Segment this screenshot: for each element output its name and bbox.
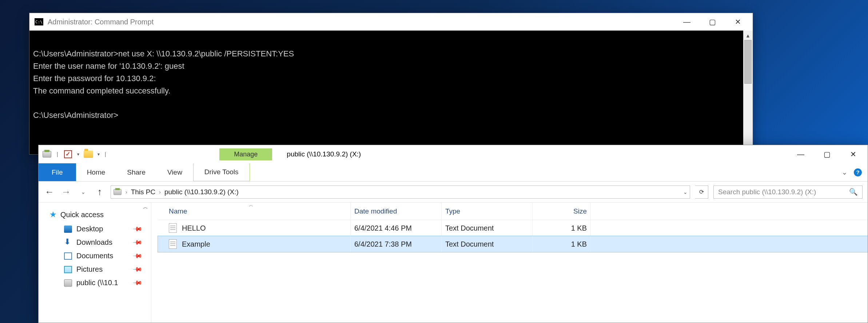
explorer-titlebar[interactable]: | ▾ ▾ | Manage public (\\10.130.9.2) (X:… <box>39 145 868 163</box>
nav-label: Downloads <box>76 238 112 247</box>
cmd-scrollbar[interactable]: ▲ <box>743 31 753 154</box>
maximize-button[interactable]: ▢ <box>700 13 725 31</box>
qat-customize-icon[interactable]: ▾ <box>97 152 100 157</box>
file-row[interactable]: HELLO 6/4/2021 4:46 PM Text Document 1 K… <box>158 220 868 236</box>
nav-quick-label: Quick access <box>60 211 104 219</box>
minimize-button[interactable]: — <box>674 13 700 31</box>
tab-drive-tools[interactable]: Drive Tools <box>193 163 250 181</box>
search-input[interactable]: Search public (\\10.130.9.2) (X:) 🔍 <box>713 186 863 199</box>
drive-icon[interactable] <box>42 150 52 158</box>
explorer-window: | ▾ ▾ | Manage public (\\10.130.9.2) (X:… <box>38 145 868 323</box>
pin-icon: 📌 <box>132 224 143 235</box>
tab-share[interactable]: Share <box>116 163 156 181</box>
cmd-text: C:\Users\Administrator>net use X: \\10.1… <box>33 49 294 120</box>
tab-view[interactable]: View <box>156 163 193 181</box>
file-type: Text Document <box>442 236 533 252</box>
scroll-up-icon[interactable]: ▲ <box>743 32 753 39</box>
address-bar[interactable]: › This PC › public (\\10.130.9.2) (X:) ⌄ <box>111 186 690 199</box>
file-row[interactable]: Example 6/4/2021 7:38 PM Text Document 1… <box>158 236 868 252</box>
cmd-output[interactable]: C:\Users\Administrator>net use X: \\10.1… <box>29 31 753 154</box>
forward-button[interactable]: → <box>60 186 72 198</box>
minimize-button[interactable]: — <box>788 145 814 163</box>
ribbon-collapse-icon[interactable]: ⌄ <box>842 168 847 176</box>
chevron-down-icon[interactable]: ▾ <box>77 152 79 157</box>
close-button[interactable]: ✕ <box>840 145 866 163</box>
file-date: 6/4/2021 4:46 PM <box>351 220 442 236</box>
nav-label: Pictures <box>76 265 103 274</box>
pictures-icon <box>64 266 72 273</box>
address-dropdown-icon[interactable]: ⌄ <box>683 189 688 195</box>
cmd-title: Administrator: Command Prompt <box>48 18 154 26</box>
col-size[interactable]: Size <box>533 203 591 220</box>
location-drive-icon <box>114 189 122 195</box>
refresh-button[interactable]: ⟳ <box>695 186 708 199</box>
back-button[interactable]: ← <box>44 186 55 198</box>
sort-indicator-icon: ︿ <box>249 203 254 208</box>
recent-locations-icon[interactable]: ⌄ <box>77 188 89 195</box>
contextual-tab-manage[interactable]: Manage <box>219 148 272 160</box>
nav-item-downloads[interactable]: ⬇ Downloads 📌 <box>49 236 151 249</box>
help-icon[interactable]: ? <box>854 168 862 176</box>
nav-item-pictures[interactable]: Pictures 📌 <box>49 263 151 276</box>
file-size: 1 KB <box>533 236 591 252</box>
col-date[interactable]: Date modified <box>351 203 442 220</box>
nav-item-public-drive[interactable]: public (\\10.1 📌 <box>49 276 151 290</box>
qat-sep: | <box>57 151 58 157</box>
col-name[interactable]: Name ︿ <box>158 203 351 220</box>
col-name-label: Name <box>169 207 187 215</box>
nav-label: Documents <box>76 252 113 260</box>
file-list-pane[interactable]: Name ︿ Date modified Type Size HELLO 6/4… <box>151 203 868 323</box>
pin-icon: 📌 <box>132 264 143 275</box>
tab-home[interactable]: Home <box>76 163 116 181</box>
desktop-icon <box>64 226 72 233</box>
star-icon: ★ <box>49 210 57 219</box>
chevron-right-icon[interactable]: › <box>159 189 161 195</box>
maximize-button[interactable]: ▢ <box>814 145 840 163</box>
scroll-thumb[interactable] <box>744 40 752 84</box>
nav-quick-access[interactable]: ★ Quick access <box>49 207 151 222</box>
command-prompt-window: C:\ Administrator: Command Prompt — ▢ ✕ … <box>29 13 753 155</box>
breadcrumb-this-pc[interactable]: This PC <box>131 188 156 196</box>
cmd-titlebar[interactable]: C:\ Administrator: Command Prompt — ▢ ✕ <box>29 13 753 31</box>
chevron-right-icon[interactable]: › <box>126 189 127 195</box>
nav-label: public (\\10.1 <box>76 279 118 287</box>
nav-item-desktop[interactable]: Desktop 📌 <box>49 222 151 236</box>
up-button[interactable]: ↑ <box>94 186 105 198</box>
pin-icon: 📌 <box>132 251 143 262</box>
window-title: public (\\10.130.9.2) (X:) <box>287 150 361 158</box>
qat-sep2: | <box>105 151 106 157</box>
address-bar-row: ← → ⌄ ↑ › This PC › public (\\10.130.9.2… <box>39 182 868 203</box>
search-placeholder: Search public (\\10.130.9.2) (X:) <box>718 188 816 196</box>
properties-icon[interactable] <box>63 150 73 158</box>
quick-access-toolbar: | ▾ ▾ | <box>42 150 107 158</box>
file-name: HELLO <box>182 224 206 232</box>
col-type[interactable]: Type <box>442 203 533 220</box>
scroll-up-icon[interactable]: ︿ <box>143 204 148 211</box>
text-file-icon <box>169 223 177 233</box>
file-name: Example <box>182 240 210 248</box>
tab-file[interactable]: File <box>39 163 76 181</box>
col-date-label: Date modified <box>354 207 397 215</box>
ribbon: File Home Share View Drive Tools ⌄ ? <box>39 163 868 182</box>
col-size-label: Size <box>573 207 587 215</box>
search-icon: 🔍 <box>849 188 858 196</box>
folder-icon[interactable] <box>84 150 93 158</box>
file-type: Text Document <box>442 220 533 236</box>
network-drive-icon <box>64 279 72 287</box>
downloads-icon: ⬇ <box>64 239 72 246</box>
close-button[interactable]: ✕ <box>725 13 750 31</box>
nav-item-documents[interactable]: Documents 📌 <box>49 249 151 263</box>
col-type-label: Type <box>445 207 460 215</box>
pin-icon: 📌 <box>132 237 143 248</box>
file-size: 1 KB <box>533 220 591 236</box>
nav-label: Desktop <box>76 225 103 233</box>
documents-icon <box>64 252 72 260</box>
file-date: 6/4/2021 7:38 PM <box>351 236 442 252</box>
text-file-icon <box>169 239 177 249</box>
cmd-icon: C:\ <box>35 18 43 25</box>
breadcrumb-location[interactable]: public (\\10.130.9.2) (X:) <box>164 188 239 196</box>
pin-icon: 📌 <box>132 278 143 288</box>
navigation-pane[interactable]: ︿ ★ Quick access Desktop 📌 ⬇ Downloads 📌 <box>39 203 151 323</box>
column-headers: Name ︿ Date modified Type Size <box>158 203 868 220</box>
